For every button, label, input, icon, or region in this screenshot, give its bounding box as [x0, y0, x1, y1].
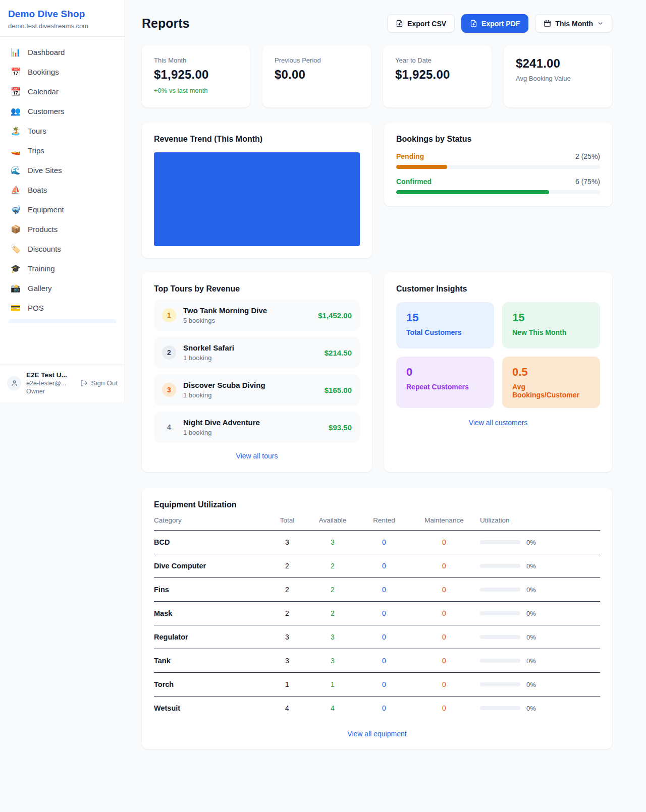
equipment-utilization-title: Equipment Utilization	[154, 500, 600, 509]
sidebar-item-equipment[interactable]: 🤿Equipment	[4, 200, 121, 219]
insight-tile-repeat-customers: 0 Repeat Customers	[396, 357, 494, 408]
tour-revenue: $1,452.00	[318, 311, 352, 320]
file-download-icon	[396, 20, 403, 27]
utilization-cell: 0%	[480, 705, 600, 712]
table-row: Tank 3 3 0 0 0%	[154, 649, 600, 673]
sidebar-item-calendar[interactable]: 📆Calendar	[4, 82, 121, 101]
utilization-cell: 0%	[480, 562, 600, 570]
utilization-track	[480, 635, 520, 639]
table-row: Torch 1 1 0 0 0%	[154, 673, 600, 697]
insight-tile-new-this-month: 15 New This Month	[502, 302, 600, 349]
utilization-cell: 0%	[480, 657, 600, 665]
utilization-cell: 0%	[480, 539, 600, 546]
view-all-equipment-link[interactable]: View all equipment	[154, 730, 600, 738]
customer-insights-card: Customer Insights 15 Total Customers 15 …	[384, 272, 612, 472]
sidebar-nav: 📊Dashboard 📅Bookings 📆Calendar 👥Customer…	[0, 37, 125, 323]
status-row-pending: Pending 2 (25%)	[396, 152, 600, 169]
stat-value: $241.00	[516, 56, 600, 71]
user-email: e2e-tester@...	[26, 380, 67, 387]
sidebar-item-trips[interactable]: 🚤Trips	[4, 141, 121, 160]
utilization-track	[480, 611, 520, 615]
rank-badge: 2	[162, 345, 176, 360]
utilization-track	[480, 659, 520, 663]
table-row: Fins 2 2 0 0 0%	[154, 578, 600, 602]
sidebar-item-tours[interactable]: 🏝️Tours	[4, 121, 121, 141]
progress-track	[396, 190, 600, 194]
chevron-down-icon	[597, 20, 604, 27]
stat-value: $0.00	[275, 68, 359, 82]
view-all-tours-link[interactable]: View all tours	[154, 452, 360, 460]
progress-fill	[396, 165, 447, 169]
island-icon: 🏝️	[10, 126, 21, 136]
sidebar-item-reports-active-partial[interactable]	[8, 319, 117, 323]
sidebar-item-dashboard[interactable]: 📊Dashboard	[4, 42, 121, 62]
header-actions: Export CSV Export PDF This Month	[387, 14, 612, 33]
table-row: BCD 3 3 0 0 0%	[154, 531, 600, 554]
camera-icon: 📸	[10, 283, 21, 293]
stat-cards: This Month $1,925.00 +0% vs last month P…	[142, 45, 612, 107]
graduation-cap-icon: 🎓	[10, 264, 21, 273]
tour-row: 2 Snorkel Safari1 booking $214.50	[154, 337, 360, 368]
utilization-track	[480, 682, 520, 686]
sign-out-icon	[80, 379, 88, 387]
package-icon: 📦	[10, 224, 21, 234]
user-name: E2E Test U...	[26, 371, 67, 379]
stat-value: $1,925.00	[154, 68, 238, 82]
tour-revenue: $93.50	[329, 423, 352, 432]
status-count: 6 (75%)	[575, 178, 600, 186]
status-count: 2 (25%)	[575, 152, 600, 160]
stat-delta: +0% vs last month	[154, 87, 238, 94]
sidebar-item-bookings[interactable]: 📅Bookings	[4, 62, 121, 82]
sign-out-button[interactable]: Sign Out	[80, 379, 118, 387]
sidebar-item-discounts[interactable]: 🏷️Discounts	[4, 239, 121, 259]
export-pdf-button[interactable]: Export PDF	[461, 14, 528, 33]
table-row: Mask 2 2 0 0 0%	[154, 602, 600, 625]
tour-revenue: $214.50	[325, 349, 352, 357]
rank-badge: 1	[162, 308, 176, 322]
diving-mask-icon: 🤿	[10, 205, 21, 214]
sidebar-item-products[interactable]: 📦Products	[4, 219, 121, 239]
stat-card-year-to-date: Year to Date $1,925.00	[383, 45, 492, 107]
credit-card-icon: 💳	[10, 303, 21, 313]
bookings-by-status-title: Bookings by Status	[396, 135, 600, 144]
utilization-cell: 0%	[480, 610, 600, 617]
view-all-customers-link[interactable]: View all customers	[396, 419, 600, 427]
insight-tile-avg-bookings: 0.5 Avg Bookings/Customer	[502, 357, 600, 408]
sidebar-item-pos[interactable]: 💳POS	[4, 298, 121, 318]
tear-off-calendar-icon: 📆	[10, 87, 21, 96]
utilization-track	[480, 588, 520, 592]
utilization-cell: 0%	[480, 681, 600, 688]
equipment-utilization-card: Equipment Utilization Category Total Ava…	[142, 488, 612, 749]
customer-insights-title: Customer Insights	[396, 284, 600, 294]
user-info: E2E Test U... e2e-tester@... Owner	[26, 371, 67, 395]
user-role: Owner	[26, 388, 67, 395]
sidebar-item-gallery[interactable]: 📸Gallery	[4, 278, 121, 298]
rank-badge: 3	[162, 383, 176, 397]
status-row-confirmed: Confirmed 6 (75%)	[396, 178, 600, 194]
sailboat-icon: ⛵	[10, 185, 21, 195]
insight-tile-total-customers: 15 Total Customers	[396, 302, 494, 349]
sidebar-item-customers[interactable]: 👥Customers	[4, 101, 121, 121]
tour-revenue: $165.00	[325, 386, 352, 394]
status-label: Confirmed	[396, 178, 432, 186]
table-row: Wetsuit 4 4 0 0 0%	[154, 697, 600, 720]
wave-icon: 🌊	[10, 165, 21, 175]
stat-card-this-month: This Month $1,925.00 +0% vs last month	[142, 45, 250, 107]
utilization-track	[480, 540, 520, 544]
sidebar-item-dive-sites[interactable]: 🌊Dive Sites	[4, 160, 121, 180]
revenue-trend-card: Revenue Trend (This Month)	[142, 123, 372, 258]
tour-row: 1 Two Tank Morning Dive5 bookings $1,452…	[154, 300, 360, 331]
tour-row: 4 Night Dive Adventure1 booking $93.50	[154, 412, 360, 443]
table-header: Category Total Available Rented Maintena…	[154, 509, 600, 531]
export-csv-button[interactable]: Export CSV	[387, 14, 455, 33]
period-dropdown[interactable]: This Month	[535, 14, 612, 33]
sidebar-item-training[interactable]: 🎓Training	[4, 259, 121, 278]
sidebar-user-footer: E2E Test U... e2e-tester@... Owner Sign …	[0, 365, 125, 402]
people-icon: 👥	[10, 106, 21, 116]
utilization-cell: 0%	[480, 633, 600, 641]
bookings-by-status-card: Bookings by Status Pending 2 (25%) Confi…	[384, 123, 612, 206]
progress-fill	[396, 190, 549, 194]
table-row: Regulator 3 3 0 0 0%	[154, 625, 600, 649]
sidebar-item-boats[interactable]: ⛵Boats	[4, 180, 121, 200]
top-tours-card: Top Tours by Revenue 1 Two Tank Morning …	[142, 272, 372, 472]
